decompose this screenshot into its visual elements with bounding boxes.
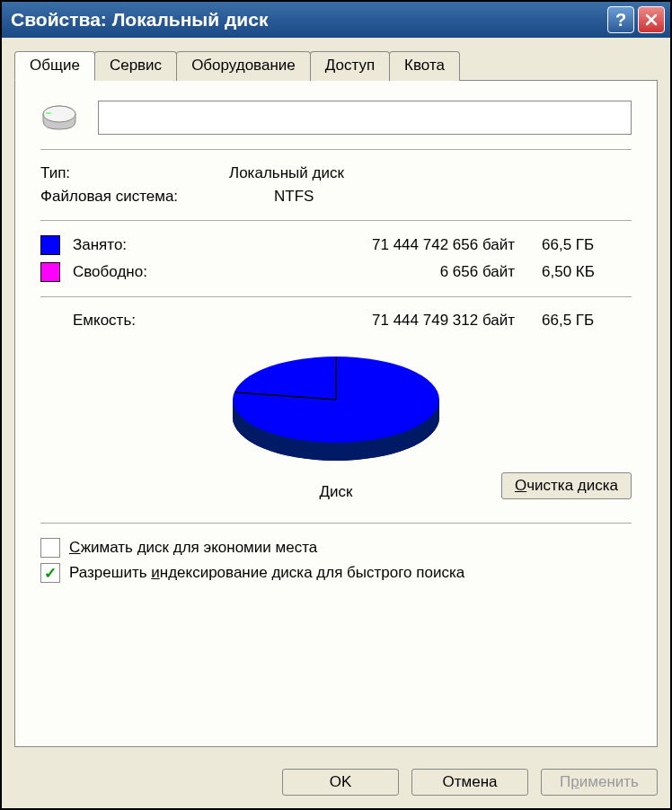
svg-rect-2 xyxy=(46,112,51,114)
separator xyxy=(40,149,632,150)
tab-sharing[interactable]: Доступ xyxy=(310,51,390,81)
separator xyxy=(40,296,632,297)
fs-label: Файловая система: xyxy=(40,188,274,206)
volume-header xyxy=(40,101,632,135)
disk-icon xyxy=(40,101,78,134)
free-swatch xyxy=(40,262,60,282)
separator xyxy=(40,220,632,221)
window-title: Свойства: Локальный диск xyxy=(11,9,604,31)
tab-quota[interactable]: Квота xyxy=(389,51,460,81)
free-human: 6,50 КБ xyxy=(542,263,632,281)
pie-disk-label: Диск xyxy=(219,483,453,501)
usage-pie-chart xyxy=(219,337,453,471)
properties-window: Свойства: Локальный диск ? Общие Сервис … xyxy=(0,0,672,810)
close-button[interactable] xyxy=(638,6,665,33)
capacity-human: 66,5 ГБ xyxy=(542,312,632,330)
compress-label[interactable]: Сжимать диск для экономии места xyxy=(69,539,317,557)
fs-value: NTFS xyxy=(274,188,632,206)
type-label: Тип: xyxy=(40,164,229,182)
compress-option: Сжимать диск для экономии места xyxy=(40,538,632,558)
capacity-row: Емкость: 71 444 749 312 байт 66,5 ГБ xyxy=(40,312,632,330)
index-option: ✓ Разрешить индексирование диска для быс… xyxy=(40,563,632,583)
tab-strip: Общие Сервис Оборудование Доступ Квота xyxy=(2,38,670,80)
free-row: Свободно: 6 656 байт 6,50 КБ xyxy=(40,262,632,282)
type-value: Локальный диск xyxy=(229,164,632,182)
used-human: 66,5 ГБ xyxy=(542,236,632,254)
volume-label-input[interactable] xyxy=(98,101,632,135)
index-label[interactable]: Разрешить индексирование диска для быстр… xyxy=(69,564,464,582)
index-checkbox[interactable]: ✓ xyxy=(40,563,60,583)
cleanup-label-rest: чистка диска xyxy=(526,477,618,494)
compress-checkbox[interactable] xyxy=(40,538,60,558)
used-row: Занято: 71 444 742 656 байт 66,5 ГБ xyxy=(40,235,632,255)
free-label: Свободно: xyxy=(73,263,199,281)
separator xyxy=(40,523,632,524)
titlebar[interactable]: Свойства: Локальный диск ? xyxy=(2,2,670,38)
used-swatch xyxy=(40,235,60,255)
close-icon xyxy=(645,13,658,26)
dialog-buttons: OK Отмена Применить xyxy=(2,760,670,808)
tab-hardware[interactable]: Оборудование xyxy=(176,51,311,81)
disk-cleanup-button[interactable]: Очистка диска xyxy=(501,472,632,499)
free-bytes: 6 656 байт xyxy=(199,263,542,281)
apply-button[interactable]: Применить xyxy=(541,769,658,796)
used-bytes: 71 444 742 656 байт xyxy=(199,236,542,254)
filesystem-row: Файловая система: NTFS xyxy=(40,188,632,206)
tab-general[interactable]: Общие xyxy=(14,51,95,81)
pie-area: Диск Очистка диска xyxy=(40,337,632,501)
type-row: Тип: Локальный диск xyxy=(40,164,632,182)
capacity-label: Емкость: xyxy=(73,312,199,330)
used-label: Занято: xyxy=(73,236,199,254)
general-panel: Тип: Локальный диск Файловая система: NT… xyxy=(14,80,658,747)
tab-service[interactable]: Сервис xyxy=(94,51,177,81)
help-button[interactable]: ? xyxy=(607,6,634,33)
capacity-bytes: 71 444 749 312 байт xyxy=(199,312,542,330)
ok-button[interactable]: OK xyxy=(282,769,399,796)
cancel-button[interactable]: Отмена xyxy=(411,769,528,796)
